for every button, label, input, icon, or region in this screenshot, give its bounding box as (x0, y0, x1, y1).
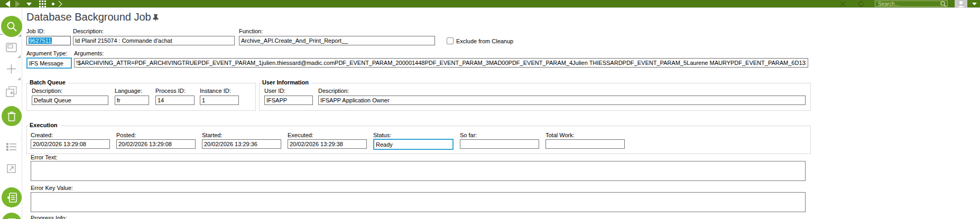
so-far-field[interactable] (460, 139, 539, 149)
total-work-label: Total Work: (546, 132, 575, 138)
batch-queue-description-field[interactable] (32, 96, 108, 105)
close-icon[interactable] (838, 0, 847, 8)
description-field[interactable] (73, 36, 235, 45)
page-title: Database Background Job (26, 11, 151, 23)
function-field[interactable] (239, 36, 435, 45)
job-id-label: Job ID: (26, 28, 45, 34)
copy-add-icon (6, 86, 17, 98)
argument-type-field[interactable] (26, 58, 72, 69)
search-more-triangle-icon[interactable] (18, 34, 21, 37)
process-id-label: Process ID: (155, 88, 186, 94)
progress-info-label: Progress Info: (31, 215, 67, 219)
sidebar-edge-tick (0, 34, 3, 35)
delete-icon (7, 111, 16, 121)
app-grid-icon[interactable] (38, 0, 47, 8)
user-information-group-title: User Information (262, 79, 311, 85)
add-icon (7, 64, 16, 73)
open-external-button[interactable] (7, 164, 16, 175)
app-window: Database Background Job Job ID: 9627511 … (0, 0, 980, 219)
user-description-label: Description: (318, 88, 349, 94)
window-more-triangle-icon[interactable] (17, 55, 21, 58)
breadcrumb-chevron-icon (57, 0, 63, 8)
status-label: Status: (373, 132, 391, 138)
add-button[interactable] (7, 64, 16, 75)
add-more-triangle-icon[interactable] (17, 77, 21, 80)
delete-button[interactable] (2, 106, 22, 126)
function-label: Function: (239, 28, 263, 34)
posted-field[interactable] (116, 139, 196, 149)
arguments-label: Arguments: (74, 50, 104, 56)
posted-label: Posted: (116, 132, 136, 138)
window-form-button[interactable] (6, 43, 17, 54)
error-key-value-field[interactable] (31, 192, 806, 212)
error-text-field[interactable] (31, 161, 806, 181)
window-form-icon (6, 43, 17, 52)
arguments-field[interactable] (74, 58, 808, 68)
open-external-icon (7, 164, 16, 173)
created-field[interactable] (31, 139, 110, 149)
job-id-selected-text: 9627511 (29, 37, 52, 44)
exclude-from-cleanup-checkbox[interactable] (447, 37, 454, 44)
user-id-field[interactable] (264, 96, 313, 105)
report-document-icon (6, 193, 17, 203)
instance-id-field[interactable] (200, 96, 239, 105)
history-dropdown-caret-icon[interactable] (25, 0, 33, 8)
total-work-field[interactable] (546, 139, 625, 149)
error-key-value-label: Error Key Value: (31, 185, 73, 191)
instance-id-label: Instance ID: (200, 88, 231, 94)
search-icon (6, 21, 17, 32)
started-field[interactable] (202, 139, 281, 149)
search-input[interactable] (875, 1, 948, 7)
user-description-field[interactable] (318, 96, 806, 105)
language-label: Language: (115, 88, 142, 94)
so-far-label: So far: (460, 132, 477, 138)
user-avatar-icon[interactable] (955, 0, 967, 7)
batch-queue-description-label: Description: (32, 88, 62, 94)
sidebar-toolbar (0, 8, 22, 219)
exclude-from-cleanup-label: Exclude from Cleanup (456, 38, 513, 44)
batch-queue-group-title: Batch Queue (30, 79, 68, 85)
user-menu-caret-icon[interactable] (970, 0, 978, 8)
refresh-icon[interactable] (856, 0, 866, 8)
forward-icon[interactable] (14, 0, 22, 8)
started-label: Started: (202, 132, 223, 138)
error-text-label: Error Text: (31, 154, 58, 160)
argument-type-label: Argument Type: (26, 50, 67, 56)
job-id-field[interactable]: 9627511 (26, 36, 71, 45)
list-view-button[interactable] (6, 143, 16, 153)
language-field[interactable] (115, 96, 149, 105)
description-label: Description: (73, 28, 104, 34)
top-toolbar (0, 0, 980, 8)
search-icon[interactable] (939, 0, 947, 8)
status-field[interactable] (373, 139, 454, 150)
created-label: Created: (31, 132, 53, 138)
report-document-button[interactable] (2, 187, 22, 207)
back-icon[interactable] (3, 0, 12, 8)
executed-field[interactable] (288, 139, 367, 149)
breadcrumb-dot-icon (51, 0, 55, 8)
execution-group-title: Execution (30, 122, 60, 128)
bar-chart-button[interactable] (2, 213, 22, 219)
user-id-label: User ID: (264, 88, 285, 94)
list-view-icon (6, 143, 16, 151)
executed-label: Executed: (288, 132, 313, 138)
pin-icon[interactable] (152, 14, 159, 24)
copy-add-button[interactable] (6, 86, 17, 100)
process-id-field[interactable] (155, 96, 195, 105)
